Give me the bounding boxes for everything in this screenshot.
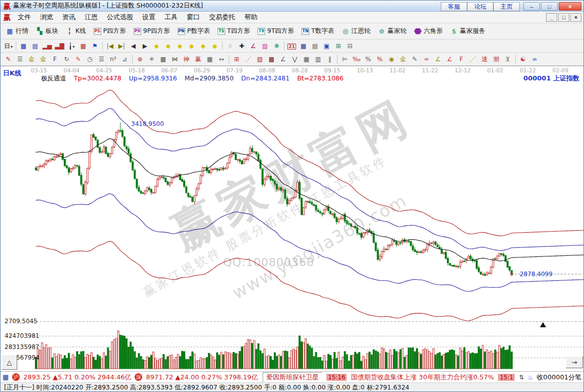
draw-hatch-1[interactable]: ☰ — [14, 54, 26, 64]
draw-star[interactable]: ✳ — [146, 54, 157, 64]
btn-quotes[interactable]: ▦行情 — [3, 25, 32, 37]
draw-xor[interactable]: ⊻ — [502, 54, 514, 64]
menu-设置[interactable]: 设置 — [138, 12, 160, 23]
hand-tool-button[interactable]: ☝ — [224, 40, 236, 51]
draw-hatch-2[interactable]: ☰ — [96, 54, 107, 64]
mdi-close-button[interactable]: × — [570, 13, 581, 22]
key-left-button[interactable]: ◆ — [151, 40, 162, 51]
draw-gold-1[interactable]: 金 — [26, 54, 37, 64]
menu-文件[interactable]: 文件 — [13, 12, 35, 23]
draw-trend-angle[interactable]: ∠ — [277, 54, 289, 64]
infinity-icon[interactable]: ∞ — [529, 54, 540, 64]
clipboard-icon[interactable]: ▤ — [29, 40, 41, 51]
draw-gann-fan[interactable]: ⋰ — [242, 54, 254, 64]
draw-angle-red[interactable]: ∠ — [444, 54, 455, 64]
draw-pct-fan[interactable]: ‰ — [351, 54, 362, 64]
menu-窗口[interactable]: 窗口 — [182, 12, 204, 23]
menu-公式选股[interactable]: 公式选股 — [102, 12, 138, 23]
key-star-button[interactable]: ◆ — [197, 40, 209, 51]
btn-p-table[interactable]: PNP数字表 — [174, 25, 214, 37]
key-expand-button[interactable]: ◆ — [174, 40, 186, 51]
draw-speed-fan[interactable]: 速 — [479, 54, 490, 64]
draw-gold-circle[interactable]: ◉ — [386, 54, 397, 64]
nav-next-button[interactable]: ▶ — [139, 40, 151, 51]
news-ticker[interactable]: 爱因斯坦探针卫星 15:16 国债期货收盘集体上涨 30年期主力合约涨0.57%… — [263, 372, 515, 382]
draw-wave-v[interactable]: ⋁ — [289, 54, 301, 64]
key-all-button[interactable]: ◆ — [209, 40, 221, 51]
btn-gann-wheel[interactable]: ◎江恩轮 — [338, 25, 374, 37]
key-shrink-button[interactable]: ◆ — [186, 40, 197, 51]
draw-gold-angle[interactable]: ∠ — [432, 54, 444, 64]
draw-gann-box[interactable]: ⊞ — [231, 54, 242, 64]
news-headline[interactable]: 爱因斯坦探针卫星 — [263, 372, 322, 382]
draw-angle-a[interactable]: ⊿ — [119, 54, 131, 64]
draw-grid-3[interactable]: ▥ — [312, 54, 324, 64]
tick-chart-label[interactable]: 收000001分笔 — [536, 373, 581, 382]
menu-交易委托[interactable]: 交易委托 — [204, 12, 240, 23]
volume-pane-toggle-button[interactable]: △ — [2, 355, 17, 370]
draw-f-angle[interactable]: F — [455, 54, 467, 64]
draw-gold-fan[interactable]: ⋰ — [467, 54, 479, 64]
btn-hexagon[interactable]: 六角形 — [410, 25, 446, 37]
draw-gold-2[interactable]: 金 — [37, 54, 49, 64]
minimize-button[interactable]: – — [523, 2, 540, 11]
draw-pen-red[interactable]: ✎ — [3, 54, 14, 64]
btn-winner-wheel[interactable]: ⊚赢家轮 — [374, 25, 410, 37]
draw-spiral[interactable]: ↻ — [61, 54, 72, 64]
kline-canvas[interactable] — [1, 66, 583, 371]
draw-fib-f[interactable]: F — [49, 54, 61, 64]
draw-width[interactable]: ↔ — [216, 54, 227, 64]
spinner-icon[interactable]: ⇅ — [519, 374, 524, 381]
angle-tool-button[interactable]: ∠ — [247, 40, 259, 51]
btn-9t-square[interactable]: T99T四方形 — [254, 25, 298, 37]
draw-compass[interactable]: ⊕ — [134, 54, 146, 64]
save-button[interactable]: ▣ — [321, 40, 332, 51]
mdi-minimize-button[interactable]: _ — [546, 13, 557, 22]
btn-kline[interactable]: ╏K线 — [62, 25, 90, 37]
notepad-button[interactable]: ▤ — [309, 40, 321, 51]
draw-grid123[interactable]: ▦ — [204, 54, 216, 64]
calculator-button[interactable]: ▦ — [298, 40, 309, 51]
period-day-button[interactable]: 日▾ — [3, 40, 14, 51]
menu-工具[interactable]: 工具 — [160, 12, 182, 23]
draw-gann-square[interactable]: ▩ — [266, 54, 277, 64]
mdi-restore-button[interactable]: □ — [558, 13, 569, 22]
titlebar-button-论坛[interactable]: 论坛 — [467, 2, 493, 11]
draw-hbars[interactable]: ⊨ — [339, 54, 351, 64]
draw-grid-2[interactable]: ▦ — [301, 54, 312, 64]
draw-clock[interactable]: ◷ — [84, 54, 96, 64]
draw-gold-lines[interactable]: 金 — [397, 54, 409, 64]
draw-ying[interactable]: 赢 — [192, 54, 204, 64]
taiji-icon[interactable]: ☯ — [517, 54, 529, 64]
draw-parallel[interactable]: ∥ — [324, 54, 336, 64]
draw-gann-grid[interactable]: ▨ — [254, 54, 266, 64]
nav-prev-button[interactable]: ◀ — [128, 40, 139, 51]
draw-shen[interactable]: 神 — [181, 54, 192, 64]
flag-icon[interactable]: ⚑ — [89, 40, 101, 51]
draw-web[interactable]: ▩ — [157, 54, 169, 64]
calendar-button[interactable]: 21 — [286, 40, 298, 51]
menu-帮助[interactable]: 帮助 — [240, 12, 262, 23]
draw-tide[interactable]: 潮 — [490, 54, 502, 64]
bars-3-icon[interactable]: ▂▅ — [41, 40, 53, 51]
draw-n2[interactable]: n² — [107, 54, 119, 64]
scroll-right-button[interactable]: → — [566, 356, 583, 368]
candle-style-button[interactable]: ╽▾ — [66, 40, 77, 51]
btn-winner-service[interactable]: $赢家服务 — [447, 25, 489, 37]
grid-icon[interactable]: ▦ — [3, 373, 9, 381]
nav-first-button[interactable]: |◀ — [104, 40, 116, 51]
nav-last-button[interactable]: ▶| — [116, 40, 128, 51]
btn-9p-square[interactable]: P99P四方形 — [130, 25, 174, 37]
pc-globe-button[interactable]: ⊞ — [332, 40, 344, 51]
draw-pen-2[interactable]: ✎ — [72, 54, 84, 64]
maximize-button[interactable]: □ — [541, 2, 558, 11]
menu-资讯[interactable]: 资讯 — [58, 12, 80, 23]
titlebar-button-主页[interactable]: 主页 — [493, 2, 520, 11]
btn-t-table[interactable]: TNT数字表 — [298, 25, 338, 37]
stamp-tool-button[interactable]: ▨ — [259, 40, 271, 51]
brain-tool-button[interactable]: ❋ — [271, 40, 282, 51]
menu-浏览[interactable]: 浏览 — [35, 12, 58, 23]
chart-area[interactable]: 赢家财富网 赢家江恩软件 股票分析软件 江恩工具软件 www.yingjia36… — [1, 66, 583, 371]
titlebar-button-客服[interactable]: 客服 — [441, 2, 467, 11]
news-text[interactable]: 国债期货收盘集体上涨 30年期主力合约涨0.57% — [351, 373, 494, 382]
